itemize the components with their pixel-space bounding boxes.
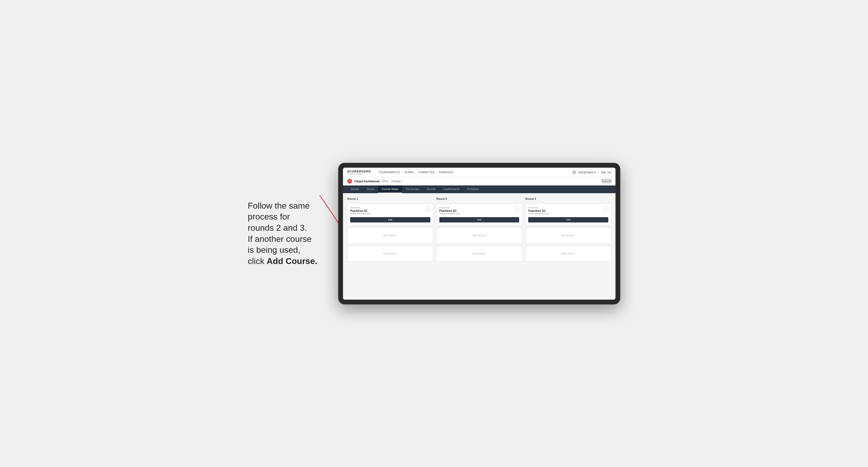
edit-course-button-3[interactable]: Edit	[528, 217, 608, 222]
tablet-screen: SCOREBOARD Powered by clippd TOURNAMENTS…	[343, 168, 616, 300]
tournament-gender: (Men)	[381, 180, 389, 183]
clippd-logo: C	[347, 179, 352, 184]
instruction-line4: If another course	[248, 234, 312, 244]
instruction-line1: Follow the same	[248, 201, 310, 211]
course-detail-3: Yellow (M) (6629 yds)	[528, 212, 603, 215]
logo-scoreboard: SCOREBOARD	[347, 170, 371, 173]
tab-teams[interactable]: Teams	[363, 185, 378, 193]
card-info-2: (Course A) Peachtree GC Yellow (M) (6629…	[439, 207, 515, 217]
round-2-course-card: (Course A) Peachtree GC Yellow (M) (6629…	[436, 204, 522, 225]
logo-powered: Powered by clippd	[347, 173, 371, 175]
course-card-header: (Course A) Peachtree GC Yellow (M) (6629…	[350, 207, 430, 217]
main-content: Round 1 (Course A) Peachtree GC Yellow (…	[343, 193, 616, 300]
rounds-grid: Round 1 (Course A) Peachtree GC Yellow (…	[347, 197, 611, 261]
tab-tee-groups[interactable]: Tee Groups	[402, 185, 423, 193]
card-info-3: (Course A) Peachtree GC Yellow (M) (6629…	[528, 207, 603, 217]
instruction-text: Follow the same process for rounds 2 and…	[248, 200, 322, 267]
instruction-line3: rounds 2 and 3.	[248, 223, 307, 232]
top-nav: SCOREBOARD Powered by clippd TOURNAMENTS…	[343, 168, 616, 177]
add-course-text-6: Add Course +	[561, 252, 576, 255]
add-course-card-6[interactable]: Add Course +	[525, 246, 611, 261]
tournament-name: Clippd Invitational	[354, 180, 379, 183]
sub-header-left: C Clippd Invitational (Men) Hosting	[347, 179, 402, 184]
round-1-column: Round 1 (Course A) Peachtree GC Yellow (…	[347, 197, 433, 261]
course-name: Peachtree GC	[350, 210, 426, 212]
edit-course-button[interactable]: Edit	[350, 217, 430, 222]
content-area: SCOREBOARD Powered by clippd TOURNAMENTS…	[338, 163, 620, 304]
nav-right: blair@clippd.io | Sign out	[572, 170, 611, 174]
add-course-card-2[interactable]: Add Course +	[347, 246, 433, 261]
cancel-button[interactable]: Cancel	[602, 179, 611, 183]
course-detail: Yellow (M) (6629 yds)	[350, 212, 426, 215]
add-course-card-1[interactable]: Add Course +	[347, 227, 433, 244]
nav-committee[interactable]: COMMITTEE	[418, 171, 435, 174]
course-label: (Course A)	[350, 207, 426, 209]
instruction-line2: process for	[248, 212, 290, 221]
tablet-frame: SCOREBOARD Powered by clippd TOURNAMENTS…	[338, 163, 620, 304]
hosting-badge: Hosting	[391, 180, 402, 183]
add-course-text-2: Add Course +	[383, 252, 398, 255]
user-avatar	[572, 170, 576, 174]
page-wrapper: Follow the same process for rounds 2 and…	[248, 163, 620, 304]
tab-details[interactable]: Details	[347, 185, 363, 193]
sub-header: C Clippd Invitational (Men) Hosting Canc…	[343, 177, 616, 185]
round-1-course-card: (Course A) Peachtree GC Yellow (M) (6629…	[347, 204, 433, 225]
course-label-3: (Course A)	[528, 207, 603, 209]
remove-course-button[interactable]: ○	[426, 207, 430, 211]
remove-course-button-3[interactable]: ○	[603, 207, 608, 211]
instruction-line7: Add Course.	[267, 256, 317, 266]
add-course-card-4[interactable]: Add Course +	[436, 246, 522, 261]
course-label-2: (Course A)	[439, 207, 515, 209]
tab-course-setup[interactable]: Course Setup	[378, 185, 402, 193]
nav-teams[interactable]: TEAMS	[404, 171, 414, 174]
edit-course-button-2[interactable]: Edit	[439, 217, 519, 222]
sign-out-link[interactable]: Sign out	[601, 171, 611, 174]
tab-results[interactable]: Results	[423, 185, 439, 193]
nav-separator: |	[598, 171, 599, 174]
nav-rankings[interactable]: RANKINGS	[439, 171, 454, 174]
add-course-text-1: Add Course +	[383, 234, 398, 237]
nav-links: TOURNAMENTS TEAMS COMMITTEE RANKINGS	[378, 171, 566, 174]
add-course-text-3: Add Course +	[472, 234, 487, 237]
remove-course-button-2[interactable]: ○	[514, 207, 519, 211]
tab-printables[interactable]: Printables	[463, 185, 483, 193]
add-course-text-5: Add Course +	[561, 234, 576, 237]
instruction-line5: is being used,	[248, 245, 300, 255]
nav-tournaments[interactable]: TOURNAMENTS	[378, 171, 400, 174]
tab-bar: Details Teams Course Setup Tee Groups Re…	[343, 185, 616, 193]
add-course-card-3[interactable]: Add Course +	[436, 227, 522, 244]
add-course-text-4: Add Course +	[472, 252, 487, 255]
course-name-3: Peachtree GC	[528, 210, 603, 212]
round-1-title: Round 1	[347, 197, 433, 200]
course-detail-2: Yellow (M) (6629 yds)	[439, 212, 515, 215]
round-2-title: Round 2	[436, 197, 522, 200]
user-email: blair@clippd.io	[579, 171, 596, 174]
instruction-line6: click	[248, 256, 267, 266]
course-card-header-2: (Course A) Peachtree GC Yellow (M) (6629…	[439, 207, 519, 217]
round-3-column: Round 3 (Course A) Peachtree GC Yellow (…	[525, 197, 611, 261]
logo-area: SCOREBOARD Powered by clippd	[347, 170, 371, 175]
course-card-header-3: (Course A) Peachtree GC Yellow (M) (6629…	[528, 207, 608, 217]
course-name-2: Peachtree GC	[439, 210, 515, 212]
round-3-course-card: (Course A) Peachtree GC Yellow (M) (6629…	[525, 204, 611, 225]
round-3-title: Round 3	[525, 197, 611, 200]
add-course-card-5[interactable]: Add Course +	[525, 227, 611, 244]
tab-leaderboards[interactable]: Leaderboards	[439, 185, 463, 193]
card-info: (Course A) Peachtree GC Yellow (M) (6629…	[350, 207, 426, 217]
round-2-column: Round 2 (Course A) Peachtree GC Yellow (…	[436, 197, 522, 261]
